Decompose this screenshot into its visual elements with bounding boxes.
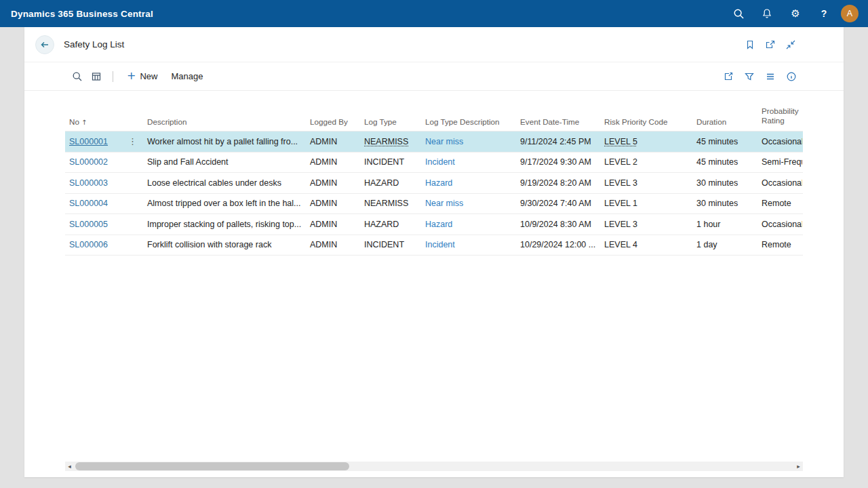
- open-in-new-window-button[interactable]: [762, 37, 778, 53]
- cell-no: SL000006: [65, 240, 143, 249]
- column-header-duration[interactable]: Duration: [692, 117, 757, 131]
- search-button[interactable]: [724, 0, 753, 27]
- cell-probability-rating: Remote: [757, 240, 802, 249]
- cell-logged-by: ADMIN: [306, 178, 360, 188]
- cell-probability-rating: Remote: [757, 199, 802, 208]
- cell-log-type-description[interactable]: Incident: [421, 240, 516, 249]
- column-header-event-date-time[interactable]: Event Date-Time: [516, 117, 600, 131]
- collapse-button[interactable]: [783, 37, 799, 53]
- help-button[interactable]: ?: [810, 0, 838, 27]
- search-icon: [733, 8, 745, 20]
- back-button[interactable]: [35, 35, 54, 54]
- table-row[interactable]: SL000004 Almost tripped over a box left …: [65, 194, 803, 215]
- search-icon: [72, 71, 83, 82]
- cell-log-type: HAZARD: [360, 220, 421, 229]
- record-link[interactable]: SL000003: [69, 178, 108, 188]
- cell-event-date-time: 10/29/2024 12:00 ...: [516, 240, 600, 249]
- scroll-right-arrow-icon[interactable]: ▸: [794, 462, 803, 471]
- column-header-log-type-description[interactable]: Log Type Description: [421, 117, 516, 131]
- settings-button[interactable]: ⚙: [781, 0, 810, 27]
- cell-no: SL000002: [65, 157, 143, 167]
- collapse-icon: [785, 39, 796, 50]
- new-button-label: New: [140, 71, 157, 81]
- record-link[interactable]: SL000005: [69, 220, 108, 229]
- cell-log-type-description[interactable]: Hazard: [421, 178, 516, 188]
- cell-log-type: INCIDENT: [360, 157, 421, 167]
- cell-logged-by: ADMIN: [306, 137, 360, 146]
- cell-log-type: INCIDENT: [360, 240, 421, 249]
- column-header-probability-rating[interactable]: Probability Rating: [757, 106, 802, 131]
- page-background: Safety Log List: [0, 27, 868, 488]
- plus-icon: +: [127, 70, 136, 81]
- column-header-log-type[interactable]: Log Type: [360, 117, 421, 131]
- table-row[interactable]: SL000002 Slip and Fall Accident ADMIN IN…: [65, 152, 803, 174]
- analyze-view-button[interactable]: [87, 67, 106, 86]
- cell-probability-rating: Occasional: [757, 178, 802, 188]
- cell-logged-by: ADMIN: [306, 157, 360, 167]
- list-icon: [765, 71, 776, 82]
- notifications-button[interactable]: [753, 0, 781, 27]
- info-button[interactable]: [782, 67, 800, 85]
- cell-no: SL000003: [65, 178, 143, 188]
- bookmark-icon: [745, 39, 755, 50]
- top-nav-bar: Dynamics 365 Business Central ⚙ ? A: [0, 0, 868, 27]
- cell-no: SL000005: [65, 220, 143, 229]
- column-header-description[interactable]: Description: [143, 117, 306, 131]
- manage-button-label: Manage: [171, 71, 203, 81]
- bookmark-button[interactable]: [742, 37, 758, 53]
- column-header-risk-priority-code[interactable]: Risk Priority Code: [600, 117, 692, 131]
- horizontal-scrollbar[interactable]: ◂ ▸: [65, 462, 803, 471]
- share-button[interactable]: [719, 67, 737, 85]
- page-header: Safety Log List: [24, 27, 844, 62]
- cell-description: Loose electrical cables under desks: [143, 178, 306, 188]
- cell-duration: 45 minutes: [692, 157, 757, 167]
- cell-event-date-time: 9/11/2024 2:45 PM: [516, 137, 600, 146]
- column-header-logged-by[interactable]: Logged By: [306, 117, 360, 131]
- scroll-left-arrow-icon[interactable]: ◂: [65, 462, 74, 471]
- record-link[interactable]: SL000004: [69, 199, 108, 208]
- new-button[interactable]: + New: [120, 67, 164, 86]
- manage-button[interactable]: Manage: [164, 67, 210, 86]
- bell-icon: [762, 8, 772, 19]
- cell-description: Forklift collision with storage rack: [143, 240, 306, 249]
- toolbar-right-actions: [719, 67, 800, 85]
- cell-risk-priority-code: LEVEL 3: [600, 220, 692, 229]
- view-options-button[interactable]: [761, 67, 779, 85]
- cell-log-type[interactable]: NEARMISS: [360, 137, 421, 146]
- table-row[interactable]: SL000005 Improper stacking of pallets, r…: [65, 214, 803, 235]
- cell-risk-priority-code[interactable]: LEVEL 5: [600, 137, 692, 146]
- search-list-button[interactable]: [68, 67, 87, 86]
- cell-probability-rating: Occasional: [757, 137, 802, 146]
- cell-log-type-description[interactable]: Incident: [421, 157, 516, 167]
- scrollbar-track[interactable]: [74, 462, 794, 471]
- gear-icon: ⚙: [791, 9, 800, 19]
- cell-risk-priority-code: LEVEL 3: [600, 178, 692, 188]
- row-context-menu-icon[interactable]: ⋮: [126, 136, 139, 146]
- cell-duration: 1 hour: [692, 220, 757, 229]
- scrollbar-thumb[interactable]: [75, 462, 349, 470]
- column-header-no[interactable]: No↑: [65, 117, 143, 131]
- cell-log-type-description[interactable]: Near miss: [421, 137, 516, 146]
- cell-log-type-description[interactable]: Near miss: [421, 199, 516, 208]
- page-header-actions: [742, 37, 799, 53]
- record-link[interactable]: SL000002: [69, 157, 108, 167]
- cell-log-type-description[interactable]: Hazard: [421, 220, 516, 229]
- cell-logged-by: ADMIN: [306, 199, 360, 208]
- cell-event-date-time: 9/30/2024 7:40 AM: [516, 199, 600, 208]
- table-row[interactable]: SL000003 Loose electrical cables under d…: [65, 173, 803, 194]
- user-avatar[interactable]: A: [841, 5, 859, 22]
- table-row[interactable]: SL000001 ⋮ Worker almost hit by a pallet…: [65, 131, 803, 152]
- popout-icon: [765, 39, 776, 50]
- cell-probability-rating: Occasional: [757, 220, 802, 229]
- cell-duration: 30 minutes: [692, 199, 757, 208]
- app-title[interactable]: Dynamics 365 Business Central: [11, 9, 153, 19]
- topbar-actions: ⚙ ? A: [724, 0, 863, 27]
- safety-log-table: No↑ Description Logged By Log Type Log T…: [65, 100, 803, 256]
- record-link[interactable]: SL000006: [69, 240, 108, 249]
- record-link[interactable]: SL000001: [69, 137, 108, 146]
- filter-button[interactable]: [740, 67, 758, 85]
- table-row[interactable]: SL000006 Forklift collision with storage…: [65, 235, 803, 256]
- sort-ascending-icon: ↑: [81, 119, 87, 126]
- share-icon: [723, 71, 734, 82]
- table-grid-icon: [91, 71, 102, 82]
